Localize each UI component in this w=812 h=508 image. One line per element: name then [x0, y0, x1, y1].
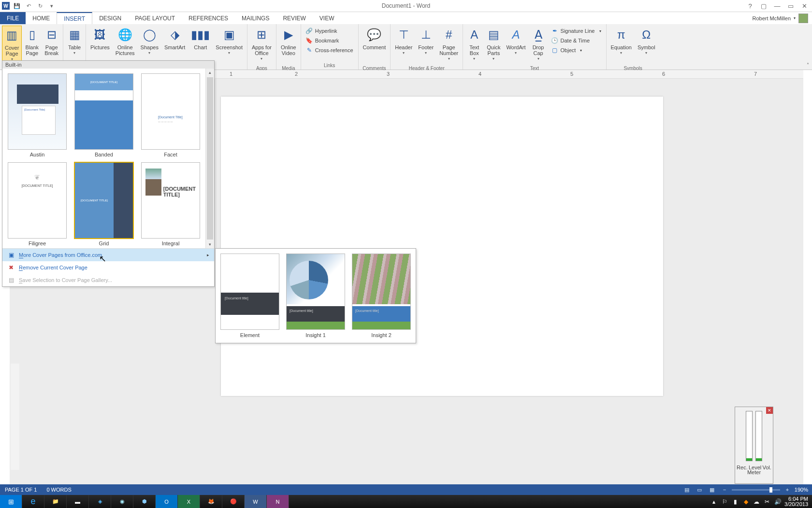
wordart-button[interactable]: AWordArt▾ — [504, 26, 528, 63]
date-time-button[interactable]: 🕒Date & Time — [551, 36, 602, 45]
shapes-button[interactable]: ◯Shapes▾ — [138, 26, 161, 63]
tab-page-layout[interactable]: PAGE LAYOUT — [128, 12, 182, 24]
signature-line-button[interactable]: ✒Signature Line▾ — [551, 27, 602, 35]
tray-expand-icon[interactable]: ▴ — [710, 498, 718, 506]
scroll-thumb[interactable] — [207, 77, 213, 240]
tray-app-icon[interactable]: ◆ — [742, 498, 750, 506]
tray-flag-icon[interactable]: ⚐ — [721, 498, 728, 506]
tray-network-icon[interactable]: ▮ — [731, 498, 739, 506]
meter-close-icon[interactable]: ✕ — [766, 407, 773, 414]
blank-page-button[interactable]: ▯BlankPage — [23, 26, 41, 63]
zoom-in-button[interactable]: + — [782, 486, 793, 494]
tab-file[interactable]: FILE — [0, 12, 26, 24]
taskbar-app2-icon[interactable]: ◉ — [111, 495, 133, 508]
online-pictures-button[interactable]: 🌐OnlinePictures — [113, 26, 137, 63]
pictures-button[interactable]: 🖼Pictures — [88, 26, 112, 63]
taskbar-firefox-icon[interactable]: 🦊 — [200, 495, 222, 508]
taskbar-cmd-icon[interactable]: ▬ — [67, 495, 89, 508]
vertical-ruler[interactable] — [11, 364, 19, 470]
taskbar-excel-icon[interactable]: X — [178, 495, 200, 508]
view-read-mode-icon[interactable]: ▭ — [694, 486, 705, 494]
redo-icon[interactable]: ↻ — [36, 1, 44, 10]
scroll-down-icon[interactable]: ▾ — [206, 240, 214, 248]
chart-button[interactable]: ▮▮▮Chart — [188, 26, 212, 63]
footer-button[interactable]: ⊥Footer▾ — [416, 26, 436, 63]
recording-meter[interactable]: ✕ Rec. Level Vol. Meter — [735, 407, 773, 484]
scroll-up-icon[interactable]: ▴ — [206, 69, 214, 76]
tab-mailings[interactable]: MAILINGS — [235, 12, 276, 24]
undo-icon[interactable]: ↶ — [24, 1, 33, 10]
hyperlink-button[interactable]: 🔗Hyperlink — [305, 27, 354, 35]
tray-clock[interactable]: 6:04 PM 3/20/2013 — [784, 496, 808, 507]
maximise-icon[interactable]: ▭ — [786, 1, 796, 10]
symbol-button[interactable]: ΩSymbol▾ — [635, 26, 658, 63]
status-words[interactable]: 0 WORDS — [42, 487, 76, 493]
cover-page-facet[interactable]: [Document Title]— — — — — Facet — [140, 73, 202, 157]
start-button[interactable]: ⊞ — [0, 495, 22, 508]
taskbar-chrome-icon[interactable]: 🔴 — [222, 495, 245, 508]
apps-for-office-button[interactable]: ⊞Apps forOffice▾ — [249, 26, 274, 63]
quick-parts-button[interactable]: ▤QuickParts▾ — [484, 26, 503, 63]
cover-page-austin[interactable]: [Document Title] Austin — [6, 73, 68, 157]
collapse-ribbon-icon[interactable]: ˄ — [807, 62, 809, 68]
view-web-layout-icon[interactable]: ▦ — [707, 486, 717, 494]
cover-page-integral[interactable]: [DOCUMENTTITLE] Integral — [140, 162, 202, 246]
save-icon[interactable]: 💾 — [13, 1, 21, 10]
zoom-out-button[interactable]: − — [719, 486, 730, 494]
remove-cover-page-item[interactable]: ✖ Remove Current Cover Page — [2, 261, 214, 274]
taskbar-onenote-icon[interactable]: N — [267, 495, 289, 508]
tray-volume-icon[interactable]: 🔊 — [774, 498, 782, 506]
table-button[interactable]: ▦Table▾ — [65, 26, 84, 63]
more-cover-pages-item[interactable]: ▣ More Cover Pages from Office.com ▸ — [2, 249, 214, 261]
cover-gallery-scrollbar[interactable]: ▴ ▾ — [205, 69, 214, 248]
cover-page-insight-1[interactable]: [Document title] Insight 1 — [286, 254, 345, 338]
text-box-button[interactable]: ATextBox▾ — [465, 26, 483, 63]
taskbar-ie-icon[interactable]: e — [22, 495, 44, 508]
smartart-button[interactable]: ⬗SmartArt — [162, 26, 188, 63]
cover-page-insight-2[interactable]: [Document title] Insight 2 — [352, 254, 411, 338]
taskbar-outlook-icon[interactable]: O — [156, 495, 178, 508]
taskbar-word-icon[interactable]: W — [245, 495, 267, 508]
drop-cap-button[interactable]: A̲DropCap▾ — [529, 26, 548, 63]
cover-page-filigree[interactable]: ❦[DOCUMENT TITLE] Filigree — [6, 162, 68, 246]
taskbar-app3-icon[interactable]: ⬢ — [133, 495, 156, 508]
tray-onedrive-icon[interactable]: ☁ — [753, 498, 760, 506]
tray-snip-icon[interactable]: ✂ — [763, 498, 771, 506]
comment-button[interactable]: 💬Comment — [361, 26, 389, 63]
cover-page-element[interactable]: [Document title] Element — [220, 254, 279, 338]
status-bar: PAGE 1 OF 1 0 WORDS ▤ ▭ ▦ − + 190% — [0, 484, 812, 495]
horizontal-ruler[interactable]: 1 2 3 4 5 6 7 — [215, 70, 803, 79]
tab-design[interactable]: DESIGN — [92, 12, 128, 24]
ribbon-options-icon[interactable]: ▢ — [759, 1, 768, 10]
cover-page-grid[interactable]: [DOCUMENT TITLE] Grid — [73, 162, 135, 246]
tab-references[interactable]: REFERENCES — [182, 12, 235, 24]
screenshot-button[interactable]: ▣Screenshot▾ — [213, 26, 245, 63]
status-page[interactable]: PAGE 1 OF 1 — [0, 487, 42, 493]
tab-review[interactable]: REVIEW — [276, 12, 312, 24]
cover-page-banded[interactable]: [DOCUMENT TITLE] Banded — [73, 73, 135, 157]
header-button[interactable]: ⊤Header▾ — [392, 26, 415, 63]
cover-page-button[interactable]: ▥CoverPage▾ — [2, 26, 22, 63]
table-icon: ▦ — [69, 27, 80, 43]
tab-view[interactable]: VIEW — [313, 12, 341, 24]
object-button[interactable]: ▢Object▾ — [551, 46, 602, 55]
zoom-slider[interactable] — [732, 489, 780, 491]
equation-button[interactable]: πEquation▾ — [609, 26, 634, 63]
bookmark-button[interactable]: 🔖Bookmark — [305, 36, 354, 45]
tab-insert[interactable]: INSERT — [57, 12, 92, 24]
qat-customise-icon[interactable]: ▾ — [47, 1, 56, 10]
online-video-button[interactable]: ▶OnlineVideo — [278, 26, 299, 63]
cross-reference-button[interactable]: ✎Cross-reference — [305, 46, 354, 55]
taskbar-explorer-icon[interactable]: 📁 — [44, 495, 67, 508]
close-icon[interactable]: ✕ — [799, 1, 809, 10]
minimise-icon[interactable]: — — [772, 1, 782, 10]
document-page[interactable] — [221, 97, 663, 396]
help-icon[interactable]: ? — [745, 1, 755, 10]
page-number-button[interactable]: #PageNumber▾ — [437, 26, 461, 63]
user-account[interactable]: Robert McMillen ▾ — [753, 12, 812, 24]
view-print-layout-icon[interactable]: ▤ — [682, 486, 692, 494]
zoom-level[interactable]: 190% — [795, 487, 808, 493]
tab-home[interactable]: HOME — [26, 12, 57, 24]
page-break-button[interactable]: ⊟PageBreak — [42, 26, 61, 63]
taskbar-app1-icon[interactable]: ◈ — [89, 495, 111, 508]
